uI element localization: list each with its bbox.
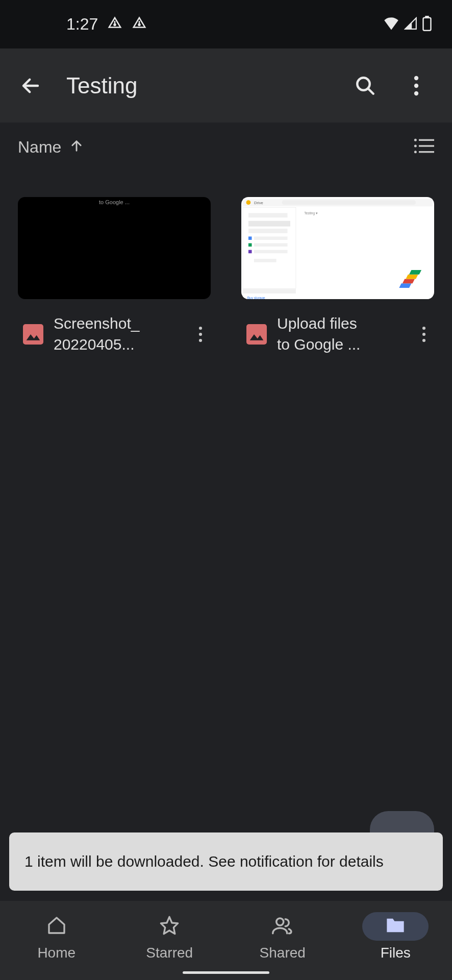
nav-label: Home — [37, 945, 76, 961]
svg-rect-3 — [425, 16, 429, 18]
svg-point-10 — [414, 145, 417, 148]
status-time: 1:27 — [66, 15, 98, 34]
nav-home[interactable]: Home — [0, 912, 113, 961]
svg-point-8 — [414, 139, 417, 141]
svg-rect-25 — [248, 221, 290, 227]
people-icon — [272, 915, 293, 938]
wifi-icon — [384, 17, 399, 32]
svg-point-6 — [414, 83, 418, 87]
file-item[interactable]: to Google ... Screenshot_ 20220405... — [18, 197, 211, 355]
svg-rect-11 — [419, 145, 434, 146]
file-grid: to Google ... Screenshot_ 20220405... — [0, 172, 452, 902]
svg-rect-14 — [23, 324, 43, 345]
svg-rect-32 — [248, 250, 252, 254]
svg-point-15 — [199, 326, 202, 329]
svg-point-16 — [199, 332, 202, 335]
svg-rect-9 — [419, 139, 434, 141]
svg-rect-24 — [248, 213, 288, 217]
thumb-text: to Google ... — [99, 199, 130, 205]
page-title: Testing — [66, 73, 353, 99]
svg-rect-30 — [248, 243, 252, 247]
file-more-button[interactable] — [190, 324, 211, 345]
svg-point-20 — [246, 200, 251, 205]
sort-label: Name — [18, 138, 61, 157]
sort-button[interactable]: Name — [18, 138, 84, 157]
svg-point-40 — [422, 332, 425, 335]
svg-point-41 — [422, 338, 425, 341]
svg-rect-33 — [254, 259, 277, 262]
file-name: Upload files to Google ... — [277, 313, 404, 355]
file-more-button[interactable] — [414, 324, 434, 345]
snackbar: 1 item will be downloaded. See notificat… — [9, 832, 443, 891]
back-button[interactable] — [15, 70, 46, 101]
svg-text:Testing ▾: Testing ▾ — [304, 211, 318, 215]
app-bar: Testing — [0, 48, 452, 122]
drive-ui-preview: Drive Buy storage — [243, 199, 433, 299]
file-name: Screenshot_ 20220405... — [54, 313, 180, 355]
svg-rect-13 — [419, 151, 434, 153]
file-thumbnail: Drive Buy storage — [241, 197, 434, 299]
image-file-icon — [246, 324, 267, 345]
star-icon — [159, 915, 180, 938]
battery-icon — [422, 16, 432, 33]
nav-label: Shared — [260, 945, 306, 961]
svg-point-39 — [422, 326, 425, 329]
svg-rect-2 — [423, 17, 431, 30]
svg-point-1 — [139, 24, 140, 26]
svg-rect-29 — [254, 243, 288, 247]
nav-starred[interactable]: Starred — [113, 912, 227, 961]
file-item[interactable]: Drive Buy storage — [241, 197, 434, 355]
nav-label: Starred — [146, 945, 193, 961]
view-toggle-button[interactable] — [414, 137, 434, 157]
nav-files[interactable]: Files — [339, 912, 453, 961]
folder-icon — [385, 917, 406, 936]
status-right — [384, 16, 432, 33]
svg-rect-26 — [248, 229, 288, 233]
svg-point-0 — [114, 24, 116, 26]
svg-text:Drive: Drive — [254, 201, 263, 205]
more-options-button[interactable] — [404, 73, 429, 99]
svg-point-12 — [414, 151, 417, 153]
snackbar-message: 1 item will be downloaded. See notificat… — [24, 853, 384, 870]
svg-rect-22 — [282, 200, 416, 205]
svg-rect-27 — [254, 236, 288, 240]
svg-rect-23 — [243, 208, 296, 289]
svg-rect-38 — [246, 324, 267, 345]
bottom-nav: Home Starred Shared — [0, 901, 452, 980]
nav-label: Files — [381, 945, 411, 961]
file-thumbnail: to Google ... — [18, 197, 211, 299]
search-button[interactable] — [353, 73, 378, 99]
svg-point-5 — [414, 76, 418, 80]
app-actions — [353, 73, 437, 99]
nav-shared[interactable]: Shared — [226, 912, 339, 961]
svg-point-17 — [199, 338, 202, 341]
sort-row: Name — [0, 122, 452, 172]
svg-rect-34 — [243, 289, 296, 293]
svg-point-7 — [414, 91, 418, 95]
status-bar: 1:27 — [0, 0, 452, 48]
drive-notification-icon-2 — [132, 16, 147, 33]
cellular-icon — [404, 17, 417, 32]
svg-text:Buy storage: Buy storage — [247, 296, 265, 299]
svg-point-42 — [277, 918, 284, 925]
svg-rect-31 — [254, 250, 288, 254]
home-indicator — [183, 971, 269, 974]
svg-rect-28 — [248, 236, 252, 240]
image-file-icon — [23, 324, 43, 345]
drive-notification-icon — [107, 16, 122, 33]
home-icon — [46, 915, 67, 938]
arrow-up-icon — [69, 139, 84, 155]
status-left: 1:27 — [66, 15, 147, 34]
